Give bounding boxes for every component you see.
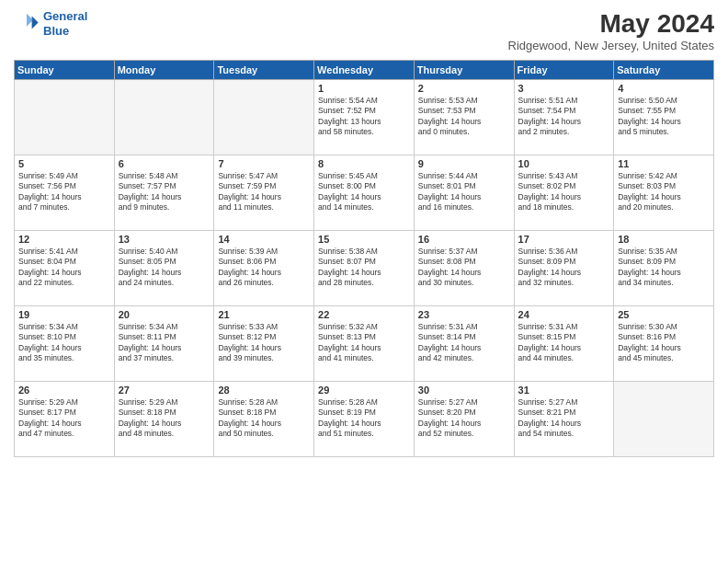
calendar-cell: 19Sunrise: 5:34 AM Sunset: 8:10 PM Dayli…	[15, 306, 115, 382]
cell-content: Sunrise: 5:41 AM Sunset: 8:04 PM Dayligh…	[18, 247, 110, 289]
cell-content: Sunrise: 5:29 AM Sunset: 8:17 PM Dayligh…	[18, 397, 110, 440]
calendar-table: SundayMondayTuesdayWednesdayThursdayFrid…	[14, 60, 714, 457]
calendar-cell: 21Sunrise: 5:33 AM Sunset: 8:12 PM Dayli…	[214, 306, 314, 382]
cell-content: Sunrise: 5:30 AM Sunset: 8:16 PM Dayligh…	[618, 322, 710, 364]
cell-content: Sunrise: 5:37 AM Sunset: 8:08 PM Dayligh…	[418, 247, 510, 289]
cell-content: Sunrise: 5:48 AM Sunset: 7:57 PM Dayligh…	[119, 171, 210, 213]
cell-content: Sunrise: 5:50 AM Sunset: 7:55 PM Dayligh…	[618, 96, 710, 138]
calendar-cell: 28Sunrise: 5:28 AM Sunset: 8:18 PM Dayli…	[214, 382, 314, 457]
day-number: 26	[18, 385, 110, 396]
day-number: 13	[119, 234, 210, 245]
calendar-cell: 17Sunrise: 5:36 AM Sunset: 8:09 PM Dayli…	[514, 231, 614, 306]
cell-content: Sunrise: 5:45 AM Sunset: 8:00 PM Dayligh…	[318, 171, 410, 213]
weekday-header-row: SundayMondayTuesdayWednesdayThursdayFrid…	[15, 61, 714, 80]
calendar-cell: 23Sunrise: 5:31 AM Sunset: 8:14 PM Dayli…	[414, 306, 514, 382]
day-number: 2	[418, 83, 510, 94]
cell-content: Sunrise: 5:53 AM Sunset: 7:53 PM Dayligh…	[418, 96, 510, 138]
day-number: 5	[18, 158, 110, 169]
day-number: 6	[119, 158, 210, 169]
day-number: 10	[518, 158, 610, 169]
calendar-cell: 7Sunrise: 5:47 AM Sunset: 7:59 PM Daylig…	[214, 155, 314, 231]
cell-content: Sunrise: 5:27 AM Sunset: 8:20 PM Dayligh…	[418, 397, 510, 440]
day-number: 8	[318, 158, 410, 169]
calendar-cell: 24Sunrise: 5:31 AM Sunset: 8:15 PM Dayli…	[514, 306, 614, 382]
cell-content: Sunrise: 5:39 AM Sunset: 8:06 PM Dayligh…	[218, 247, 310, 289]
cell-content: Sunrise: 5:28 AM Sunset: 8:18 PM Dayligh…	[218, 397, 310, 440]
day-number: 18	[618, 234, 710, 245]
day-number: 9	[418, 158, 510, 169]
weekday-header-saturday: Saturday	[614, 61, 714, 80]
calendar-cell: 11Sunrise: 5:42 AM Sunset: 8:03 PM Dayli…	[614, 155, 714, 231]
cell-content: Sunrise: 5:51 AM Sunset: 7:54 PM Dayligh…	[518, 96, 610, 138]
calendar-cell: 4Sunrise: 5:50 AM Sunset: 7:55 PM Daylig…	[614, 80, 714, 155]
day-number: 4	[618, 83, 710, 94]
logo-icon	[14, 11, 40, 37]
calendar-cell: 22Sunrise: 5:32 AM Sunset: 8:13 PM Dayli…	[314, 306, 415, 382]
day-number: 20	[119, 309, 210, 320]
location: Ridgewood, New Jersey, United States	[508, 39, 714, 52]
day-number: 28	[218, 385, 310, 396]
cell-content: Sunrise: 5:27 AM Sunset: 8:21 PM Dayligh…	[518, 397, 610, 440]
calendar-cell: 30Sunrise: 5:27 AM Sunset: 8:20 PM Dayli…	[414, 382, 514, 457]
calendar-cell: 27Sunrise: 5:29 AM Sunset: 8:18 PM Dayli…	[114, 382, 214, 457]
calendar-cell	[214, 80, 314, 155]
calendar-cell: 5Sunrise: 5:49 AM Sunset: 7:56 PM Daylig…	[15, 155, 115, 231]
calendar-cell: 20Sunrise: 5:34 AM Sunset: 8:11 PM Dayli…	[114, 306, 214, 382]
day-number: 1	[318, 83, 410, 94]
calendar-week-3: 19Sunrise: 5:34 AM Sunset: 8:10 PM Dayli…	[15, 306, 714, 382]
day-number: 24	[518, 309, 610, 320]
cell-content: Sunrise: 5:29 AM Sunset: 8:18 PM Dayligh…	[119, 397, 210, 440]
cell-content: Sunrise: 5:32 AM Sunset: 8:13 PM Dayligh…	[318, 322, 410, 364]
day-number: 29	[318, 385, 410, 396]
calendar-cell: 8Sunrise: 5:45 AM Sunset: 8:00 PM Daylig…	[314, 155, 415, 231]
day-number: 31	[518, 385, 610, 396]
page: General Blue May 2024 Ridgewood, New Jer…	[0, 0, 728, 563]
cell-content: Sunrise: 5:31 AM Sunset: 8:15 PM Dayligh…	[518, 322, 610, 364]
cell-content: Sunrise: 5:35 AM Sunset: 8:09 PM Dayligh…	[618, 247, 710, 289]
svg-marker-0	[32, 16, 39, 29]
day-number: 12	[18, 234, 110, 245]
cell-content: Sunrise: 5:33 AM Sunset: 8:12 PM Dayligh…	[218, 322, 310, 364]
day-number: 7	[218, 158, 310, 169]
day-number: 17	[518, 234, 610, 245]
calendar-cell: 10Sunrise: 5:43 AM Sunset: 8:02 PM Dayli…	[514, 155, 614, 231]
day-number: 16	[418, 234, 510, 245]
calendar-week-4: 26Sunrise: 5:29 AM Sunset: 8:17 PM Dayli…	[15, 382, 714, 457]
title-block: May 2024 Ridgewood, New Jersey, United S…	[508, 9, 714, 52]
cell-content: Sunrise: 5:47 AM Sunset: 7:59 PM Dayligh…	[218, 171, 310, 213]
day-number: 30	[418, 385, 510, 396]
calendar-cell	[15, 80, 115, 155]
calendar-cell: 18Sunrise: 5:35 AM Sunset: 8:09 PM Dayli…	[614, 231, 714, 306]
cell-content: Sunrise: 5:28 AM Sunset: 8:19 PM Dayligh…	[318, 397, 410, 440]
day-number: 27	[119, 385, 210, 396]
day-number: 22	[318, 309, 410, 320]
cell-content: Sunrise: 5:34 AM Sunset: 8:10 PM Dayligh…	[18, 322, 110, 364]
header: General Blue May 2024 Ridgewood, New Jer…	[14, 9, 714, 52]
cell-content: Sunrise: 5:34 AM Sunset: 8:11 PM Dayligh…	[119, 322, 210, 364]
calendar-cell	[614, 382, 714, 457]
logo-line2: Blue	[43, 24, 69, 38]
day-number: 21	[218, 309, 310, 320]
weekday-header-monday: Monday	[114, 61, 214, 80]
logo-text: General Blue	[43, 9, 87, 38]
day-number: 14	[218, 234, 310, 245]
cell-content: Sunrise: 5:42 AM Sunset: 8:03 PM Dayligh…	[618, 171, 710, 213]
logo: General Blue	[14, 9, 87, 38]
weekday-header-wednesday: Wednesday	[314, 61, 415, 80]
day-number: 15	[318, 234, 410, 245]
logo-line1: General	[43, 9, 87, 23]
day-number: 23	[418, 309, 510, 320]
calendar-week-0: 1Sunrise: 5:54 AM Sunset: 7:52 PM Daylig…	[15, 80, 714, 155]
weekday-header-friday: Friday	[514, 61, 614, 80]
cell-content: Sunrise: 5:54 AM Sunset: 7:52 PM Dayligh…	[318, 96, 410, 138]
calendar-cell: 31Sunrise: 5:27 AM Sunset: 8:21 PM Dayli…	[514, 382, 614, 457]
month-title: May 2024	[508, 9, 714, 39]
weekday-header-tuesday: Tuesday	[214, 61, 314, 80]
calendar-week-2: 12Sunrise: 5:41 AM Sunset: 8:04 PM Dayli…	[15, 231, 714, 306]
cell-content: Sunrise: 5:44 AM Sunset: 8:01 PM Dayligh…	[418, 171, 510, 213]
cell-content: Sunrise: 5:43 AM Sunset: 8:02 PM Dayligh…	[518, 171, 610, 213]
calendar-cell: 25Sunrise: 5:30 AM Sunset: 8:16 PM Dayli…	[614, 306, 714, 382]
calendar-cell: 16Sunrise: 5:37 AM Sunset: 8:08 PM Dayli…	[414, 231, 514, 306]
day-number: 3	[518, 83, 610, 94]
cell-content: Sunrise: 5:31 AM Sunset: 8:14 PM Dayligh…	[418, 322, 510, 364]
